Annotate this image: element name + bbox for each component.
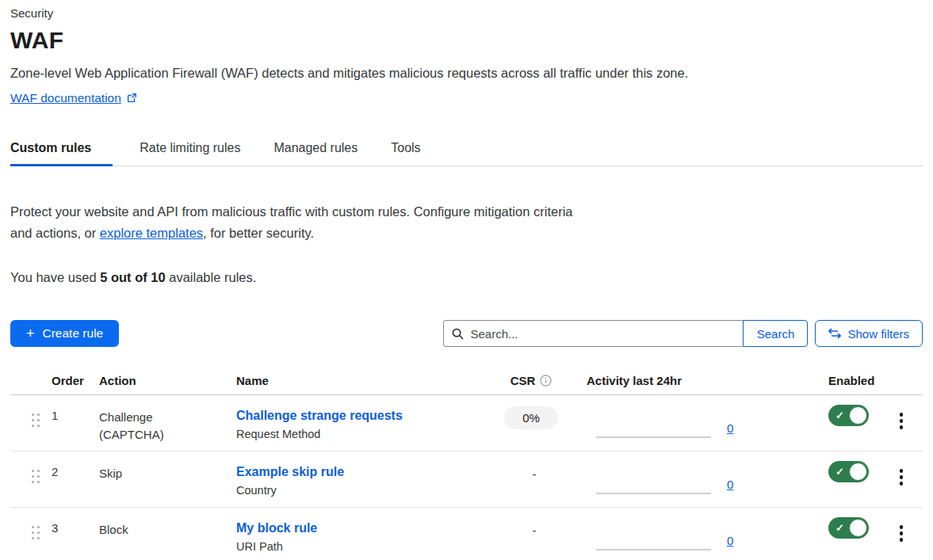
- activity-sparkline: [596, 535, 711, 550]
- toggle-knob: [849, 519, 867, 537]
- rule-name-cell: Example skip rule Country: [230, 451, 491, 497]
- drag-handle-icon: [32, 470, 45, 483]
- search-input[interactable]: [470, 327, 735, 341]
- table-row: 3 Block My block rule URI Path - 0 ✓: [10, 508, 923, 560]
- rule-action-line1: Block: [99, 521, 230, 539]
- toggle-knob: [849, 406, 867, 425]
- kebab-menu-icon[interactable]: [895, 467, 908, 487]
- rule-name-link[interactable]: Challenge strange requests: [236, 409, 403, 422]
- check-icon: ✓: [835, 410, 844, 421]
- create-rule-label: Create rule: [43, 326, 104, 341]
- explore-templates-link[interactable]: explore templates: [100, 226, 203, 240]
- search-box: [443, 320, 743, 347]
- header-order: Order: [45, 374, 93, 387]
- rule-activity-cell: 0: [571, 395, 817, 451]
- show-filters-label: Show filters: [847, 327, 909, 341]
- rule-action-line2: (CAPTCHA): [99, 426, 230, 444]
- activity-count-link[interactable]: 0: [727, 423, 733, 434]
- page-description: Zone-level Web Application Firewall (WAF…: [10, 66, 923, 81]
- rule-name-cell: Challenge strange requests Request Metho…: [230, 395, 491, 440]
- rule-menu-cell: [880, 395, 923, 431]
- intro-text: Protect your website and API from malici…: [10, 201, 597, 244]
- drag-handle[interactable]: [10, 451, 45, 483]
- search-button[interactable]: Search: [743, 320, 808, 347]
- rule-name-link[interactable]: My block rule: [236, 521, 317, 535]
- drag-handle-icon: [32, 413, 45, 427]
- rules-toolbar: + Create rule Search Show filters: [10, 320, 923, 347]
- info-icon[interactable]: [540, 375, 552, 387]
- usage-prefix: You have used: [10, 270, 100, 284]
- tab-rate-limiting-rules[interactable]: Rate limiting rules: [123, 133, 257, 166]
- activity-sparkline: [596, 422, 711, 438]
- rule-criteria: Country: [236, 484, 491, 497]
- rule-action: Skip: [93, 451, 230, 482]
- rule-csr-cell: -: [491, 451, 571, 481]
- drag-handle[interactable]: [10, 508, 45, 539]
- rule-order: 1: [45, 395, 93, 422]
- kebab-menu-icon[interactable]: [895, 411, 908, 431]
- create-rule-button[interactable]: + Create rule: [10, 320, 119, 347]
- intro-after: , for better security.: [203, 226, 314, 240]
- check-icon: ✓: [835, 522, 844, 534]
- waf-tabs: Custom rules Rate limiting rules Managed…: [10, 133, 923, 166]
- enabled-toggle[interactable]: ✓: [828, 461, 869, 482]
- rule-action: Block: [93, 508, 230, 539]
- usage-text: You have used 5 out of 10 available rule…: [10, 270, 923, 285]
- header-action: Action: [93, 374, 230, 387]
- plus-icon: +: [26, 326, 35, 341]
- rule-enabled-cell: ✓: [817, 508, 880, 539]
- header-csr: CSR: [491, 374, 571, 387]
- rule-action-line1: Skip: [99, 465, 230, 482]
- table-row: 1 Challenge (CAPTCHA) Challenge strange …: [10, 395, 923, 451]
- rule-order: 3: [45, 508, 93, 535]
- rule-csr-cell: -: [491, 508, 571, 537]
- tab-custom-rules[interactable]: Custom rules: [10, 133, 123, 166]
- rule-activity-cell: 0: [571, 508, 817, 560]
- tab-managed-rules[interactable]: Managed rules: [257, 133, 374, 166]
- external-link-icon: [126, 93, 137, 104]
- rule-name-link[interactable]: Example skip rule: [236, 465, 344, 478]
- drag-handle-icon: [32, 526, 45, 539]
- table-row: 2 Skip Example skip rule Country - 0 ✓: [10, 451, 923, 508]
- waf-page: Security WAF Zone-level Web Application …: [0, 0, 933, 560]
- csr-badge: 0%: [504, 406, 558, 429]
- rule-activity-cell: 0: [571, 451, 817, 507]
- rule-action: Challenge (CAPTCHA): [93, 395, 230, 444]
- tab-tools[interactable]: Tools: [374, 133, 437, 166]
- activity-count-link[interactable]: 0: [727, 479, 733, 490]
- enabled-toggle[interactable]: ✓: [828, 405, 869, 426]
- search-icon: [452, 328, 464, 340]
- page-title: WAF: [10, 27, 923, 54]
- breadcrumb-section: Security: [10, 6, 923, 20]
- rule-criteria: Request Method: [236, 428, 491, 440]
- usage-suffix: available rules.: [166, 270, 257, 284]
- rule-enabled-cell: ✓: [817, 395, 880, 426]
- header-activity: Activity last 24hr: [571, 374, 817, 387]
- rule-criteria: URI Path: [236, 540, 491, 553]
- check-icon: ✓: [835, 466, 844, 478]
- rule-action-line1: Challenge: [99, 409, 230, 426]
- custom-rules-table: Order Action Name CSR Activity last 24hr…: [10, 369, 923, 560]
- swap-arrows-icon: [828, 328, 841, 339]
- rule-order: 2: [45, 451, 93, 478]
- waf-documentation-link[interactable]: WAF documentation: [10, 91, 121, 105]
- header-csr-label: CSR: [510, 374, 536, 387]
- table-header: Order Action Name CSR Activity last 24hr…: [10, 369, 923, 395]
- toggle-knob: [849, 463, 867, 481]
- drag-handle[interactable]: [10, 395, 45, 427]
- kebab-menu-icon[interactable]: [895, 524, 908, 543]
- enabled-toggle[interactable]: ✓: [828, 517, 869, 539]
- header-name: Name: [230, 374, 491, 387]
- rule-menu-cell: [880, 451, 923, 487]
- rule-enabled-cell: ✓: [817, 451, 880, 482]
- rule-menu-cell: [880, 508, 923, 543]
- rule-csr-cell: 0%: [491, 395, 571, 429]
- usage-count: 5 out of 10: [100, 270, 166, 284]
- header-enabled: Enabled: [817, 374, 880, 387]
- show-filters-button[interactable]: Show filters: [815, 320, 923, 347]
- activity-count-link[interactable]: 0: [727, 535, 733, 547]
- rule-name-cell: My block rule URI Path: [230, 508, 491, 553]
- activity-sparkline: [596, 478, 711, 494]
